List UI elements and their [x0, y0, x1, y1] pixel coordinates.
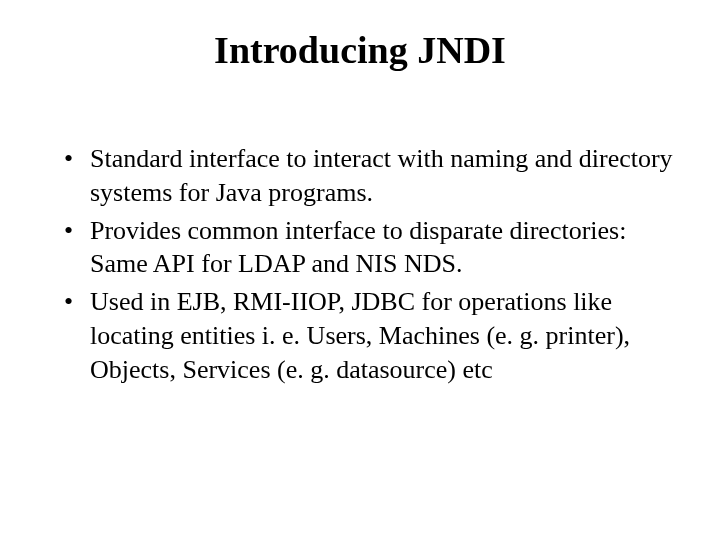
bullet-item: Used in EJB, RMI-IIOP, JDBC for operatio… — [60, 285, 680, 386]
bullet-list: Standard interface to interact with nami… — [40, 142, 680, 387]
slide-title: Introducing JNDI — [90, 28, 630, 72]
bullet-item: Provides common interface to disparate d… — [60, 214, 680, 282]
bullet-item: Standard interface to interact with nami… — [60, 142, 680, 210]
